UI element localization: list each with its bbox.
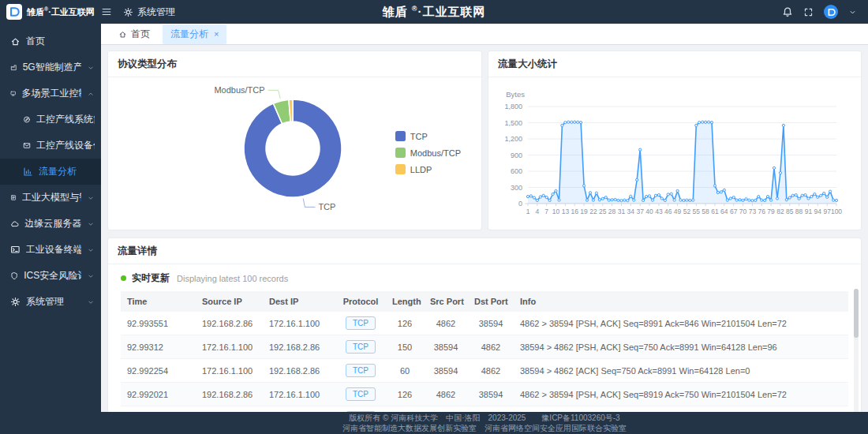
svg-text:10: 10 — [552, 208, 560, 215]
chevron-down-glyph — [87, 272, 95, 280]
chevron-down-icon — [87, 220, 95, 228]
sidebar-item-industrial-ai-model[interactable]: 工业大模型与智能检测 — [0, 185, 101, 211]
cell-info: 38594 > 4862 [ACK] Seq=750 Ack=8991 Win=… — [514, 359, 848, 383]
svg-text:79: 79 — [767, 208, 775, 215]
sidebar-item-industrial-device-terminal[interactable]: 工业设备终端 — [0, 237, 101, 263]
cell-info: 38594 > 4862 [PSH, ACK] Seq=750 Ack=8991… — [514, 335, 848, 359]
cell-time: 92.991581 — [121, 406, 196, 413]
bell-icon[interactable] — [782, 6, 793, 17]
cell-time: 92.99312 — [121, 335, 196, 359]
sidebar-item-edge-cloud-server[interactable]: 边缘云服务器端 — [0, 211, 101, 237]
sidebar-item-multi-scene-industrial-control[interactable]: 多场景工业控制产线系统 — [0, 80, 101, 107]
app: 雏盾®·工业互联网 系统管理 雏盾 ®·工业互联网 首页5G智能制造产线系统多场… — [0, 0, 868, 434]
cell-protocol: TCP — [335, 312, 386, 335]
panel-title-protocol: 协议类型分布 — [108, 51, 481, 77]
table-status-row: 实时更新 Displaying latest 100 records — [108, 264, 861, 290]
avatar[interactable] — [824, 5, 838, 19]
tab-home[interactable]: 首页 — [110, 24, 158, 44]
sidebar-item-label: 边缘云服务器端 — [24, 217, 81, 230]
cell-dest-ip: 192.168.2.86 — [263, 359, 335, 383]
sidebar-item-label: 工业大模型与智能检测 — [22, 191, 81, 204]
cell-src-port: 38594 — [424, 406, 468, 413]
table-wrapper: TimeSource IPDest IPProtocolLengthSrc Po… — [121, 291, 848, 412]
cell-dst-port: 4862 — [468, 406, 514, 413]
svg-text:34: 34 — [627, 208, 635, 215]
svg-text:85: 85 — [786, 208, 794, 215]
cell-dest-ip: 192.168.2.86 — [263, 406, 335, 413]
cell-time: 92.992254 — [121, 359, 196, 383]
legend-label: Modbus/TCP — [410, 148, 461, 158]
svg-text:64: 64 — [720, 208, 728, 215]
legend-item-modbus-tcp[interactable]: Modbus/TCP — [395, 148, 461, 158]
sidebar-item-label: 5G智能制造产线系统 — [23, 61, 81, 74]
cell-dst-port: 4862 — [468, 359, 514, 383]
cell-source-ip: 172.16.1.100 — [196, 359, 263, 383]
sidebar-item-traffic-analysis[interactable]: 流量分析 — [0, 159, 101, 185]
panel-protocol-distribution: 协议类型分布 Modbus/TCPTCP TCPModbus/TCPLLDP — [107, 51, 482, 230]
sidebar-collapse-button[interactable] — [101, 6, 112, 17]
home-icon — [118, 30, 127, 39]
svg-text:43: 43 — [655, 208, 663, 215]
cell-protocol: TCP — [335, 406, 386, 413]
protocol-badge: TCP — [346, 387, 376, 401]
cell-source-ip: 172.16.1.100 — [196, 406, 263, 413]
cell-dst-port: 4862 — [468, 335, 514, 359]
svg-text:0: 0 — [518, 200, 522, 208]
sidebar-item-label: 工控产线设备信息 — [36, 139, 95, 152]
sidebar-item-5g-smart-line[interactable]: 5G智能制造产线系统 — [0, 54, 101, 80]
sidebar-item-home[interactable]: 首页 — [0, 28, 101, 54]
table-row: 92.99312172.16.1.100192.168.2.86TCP15038… — [121, 335, 848, 359]
svg-text:1,800: 1,800 — [504, 103, 522, 110]
column-header-length: Length — [386, 291, 424, 312]
svg-text:Modbus/TCP: Modbus/TCP — [214, 85, 264, 95]
fullscreen-icon[interactable] — [803, 7, 814, 17]
compass-icon — [23, 114, 31, 125]
cloud-icon — [10, 219, 19, 229]
sidebar-item-line-system-intro[interactable]: 工控产线系统简介 — [0, 107, 101, 133]
model-icon — [10, 193, 17, 203]
sidebar-item-label: 首页 — [26, 35, 45, 48]
body: 首页5G智能制造产线系统多场景工业控制产线系统工控产线系统简介工控产线设备信息流… — [0, 24, 868, 434]
top-nav-label: 系统管理 — [137, 6, 175, 19]
tab-label: 流量分析 — [170, 28, 208, 41]
svg-text:46: 46 — [664, 208, 672, 215]
table-scrollbar[interactable] — [854, 289, 859, 412]
svg-text:300: 300 — [511, 184, 522, 192]
cell-protocol: TCP — [335, 383, 386, 406]
panel-title-traffic-details: 流量详情 — [108, 238, 861, 264]
cell-protocol: TCP — [335, 335, 386, 359]
monitor-icon — [10, 88, 16, 99]
top-nav-system-management[interactable]: 系统管理 — [123, 6, 175, 19]
chevron-up-glyph — [87, 90, 95, 98]
sidebar-collapse-button — [101, 6, 112, 17]
svg-text:100: 100 — [831, 208, 842, 215]
legend-item-tcp[interactable]: TCP — [395, 131, 461, 141]
sidebar-item-ics-risk-assessment[interactable]: ICS安全风险评估 — [0, 263, 101, 289]
cell-src-port: 38594 — [424, 335, 468, 359]
svg-text:22: 22 — [589, 208, 597, 215]
brand-logo-icon — [6, 4, 22, 20]
sidebar-item-label: 流量分析 — [39, 165, 77, 178]
table-row: 92.992021192.168.2.86172.16.1.100TCP1264… — [121, 383, 848, 406]
tab-close-icon[interactable]: × — [214, 30, 219, 39]
protocol-badge: TCP — [346, 340, 376, 354]
sidebar-item-line-device-info[interactable]: 工控产线设备信息 — [0, 133, 101, 159]
chevron-up-icon — [87, 90, 95, 98]
traffic-table: TimeSource IPDest IPProtocolLengthSrc Po… — [121, 291, 848, 412]
cell-dst-port: 38594 — [468, 383, 514, 406]
tab-traffic-analysis[interactable]: 流量分析× — [163, 24, 226, 44]
sidebar-item-system-management[interactable]: 系统管理 — [0, 289, 101, 315]
cell-src-port: 4862 — [424, 383, 468, 406]
pie-chart-body: Modbus/TCPTCP TCPModbus/TCPLLDP — [108, 77, 481, 230]
chevron-down-icon[interactable] — [848, 8, 857, 17]
brand-logo[interactable]: 雏盾®·工业互联网 — [0, 4, 101, 20]
sidebar-item-label: 工业设备终端 — [26, 243, 81, 256]
sidebar: 首页5G智能制造产线系统多场景工业控制产线系统工控产线系统简介工控产线设备信息流… — [0, 24, 101, 434]
table-scrollbar-thumb[interactable] — [854, 289, 859, 338]
gear-icon — [123, 7, 133, 17]
svg-text:13: 13 — [562, 208, 570, 215]
legend-item-lldp[interactable]: LLDP — [395, 164, 461, 174]
chevron-down-icon — [848, 8, 857, 17]
panel-traffic-details: 流量详情 实时更新 Displaying latest 100 records … — [107, 238, 862, 412]
chevron-down-glyph — [87, 298, 95, 306]
